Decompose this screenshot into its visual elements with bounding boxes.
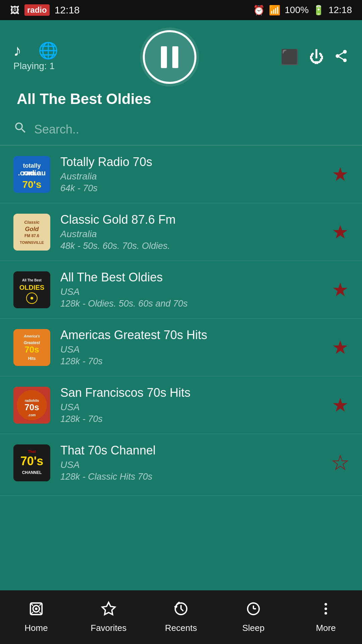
svg-text:70s: 70s: [24, 344, 39, 355]
search-bar: [0, 114, 362, 146]
search-input[interactable]: [34, 122, 349, 137]
station-info: Americas Greatest 70s Hits USA 128k - 70…: [60, 328, 322, 367]
player-controls-row: ♪ 🌐 Playing: 1 ⬛ ⏻: [13, 30, 349, 84]
more-icon: [318, 601, 334, 620]
svg-text:TOWNSVILLE: TOWNSVILLE: [20, 240, 44, 245]
station-info: All The Best Oldies USA 128k - Oldies. 5…: [60, 270, 322, 309]
station-info: Totally Radio 70s Australia 64k - 70s: [60, 155, 322, 194]
nav-favorites-label: Favorites: [91, 623, 127, 633]
svg-text:Gold: Gold: [25, 226, 39, 232]
favorites-icon: [101, 601, 116, 620]
favorite-button[interactable]: ★: [332, 279, 349, 301]
pause-icon: [160, 45, 180, 69]
station-logo-classicgold: Classic Gold FM 87.6 TOWNSVILLE: [13, 214, 50, 251]
share-button[interactable]: [334, 49, 349, 66]
svg-point-43: [324, 612, 327, 615]
station-name: San Franciscos 70s Hits: [60, 386, 322, 400]
station-item[interactable]: That 70's CHANNEL That 70s Channel USA 1…: [0, 434, 362, 496]
svg-text:70s: 70s: [24, 402, 39, 412]
svg-point-41: [324, 603, 327, 606]
station-item[interactable]: Classic Gold FM 87.6 TOWNSVILLE Classic …: [0, 203, 362, 261]
station-info: Classic Gold 87.6 Fm Australia 48k - 50s…: [60, 213, 322, 251]
status-bar-right: ⏰ 📶 100% 🔋 12:18: [253, 5, 352, 16]
nav-more-label: More: [316, 623, 336, 633]
station-bitrate: 128k - 70s: [60, 356, 322, 367]
wifi-icon: 📶: [269, 5, 281, 16]
station-name: All The Best Oldies: [60, 270, 322, 284]
battery-icon: 🔋: [313, 5, 324, 16]
nav-home[interactable]: Home: [0, 590, 72, 644]
nav-more[interactable]: More: [290, 590, 362, 644]
svg-text:70's: 70's: [22, 179, 41, 190]
station-item[interactable]: radiohits 70s .com San Franciscos 70s Hi…: [0, 376, 362, 434]
station-name: Americas Greatest 70s Hits: [60, 328, 322, 342]
station-bitrate: 48k - 50s. 60s. 70s. Oldies.: [60, 241, 322, 251]
favorite-button[interactable]: ★: [332, 452, 349, 474]
status-number: 12:18: [55, 4, 80, 16]
pause-button[interactable]: [143, 30, 196, 84]
svg-text:CHANNEL: CHANNEL: [22, 470, 42, 475]
station-country: USA: [60, 344, 322, 355]
svg-text:totally: totally: [23, 162, 41, 169]
left-icons: ♪ 🌐 Playing: 1: [13, 43, 58, 71]
station-country: Australia: [60, 229, 322, 239]
station-info: That 70s Channel USA 128k - Classic Hits…: [60, 443, 322, 482]
station-logo-allbest: All The Best OLDIES: [13, 271, 50, 308]
svg-text:.com: .com: [28, 413, 36, 417]
stop-button[interactable]: ⬛: [281, 50, 299, 64]
station-bitrate: 128k - 70s: [60, 414, 322, 424]
player-area: ♪ 🌐 Playing: 1 ⬛ ⏻ All The Best Oldies: [0, 20, 362, 114]
station-country: USA: [60, 402, 322, 413]
station-logo-americas: America's Greatest 70s Hits: [13, 329, 50, 366]
svg-text:Classic: Classic: [24, 220, 40, 225]
svg-text:All The Best: All The Best: [22, 278, 42, 282]
station-name: Classic Gold 87.6 Fm: [60, 213, 322, 227]
svg-text:OLDIES: OLDIES: [19, 284, 44, 291]
svg-text:FM 87.6: FM 87.6: [24, 233, 39, 238]
station-info: San Franciscos 70s Hits USA 128k - 70s: [60, 386, 322, 424]
nav-sleep[interactable]: Sleep: [217, 590, 290, 644]
now-playing-title: All The Best Oldies: [13, 91, 155, 107]
app-icon: radio: [24, 4, 50, 16]
playing-label: Playing: 1: [13, 61, 55, 71]
music-icon-button[interactable]: ♪: [13, 43, 21, 59]
status-bar: 🖼 radio 12:18 ⏰ 📶 100% 🔋 12:18: [0, 0, 362, 20]
favorite-button[interactable]: ★: [332, 336, 349, 358]
home-icon: [28, 601, 44, 620]
svg-point-31: [35, 607, 38, 610]
station-country: USA: [60, 460, 322, 470]
status-bar-left: 🖼 radio 12:18: [10, 4, 80, 16]
svg-point-42: [324, 607, 327, 610]
svg-text:70's: 70's: [20, 454, 44, 468]
power-button[interactable]: ⏻: [309, 50, 324, 64]
station-country: USA: [60, 286, 322, 297]
svg-text:.com.au: .com.au: [18, 169, 46, 177]
search-input-wrapper: [13, 121, 349, 138]
nav-favorites[interactable]: Favorites: [72, 590, 145, 644]
station-logo-sf70s: radiohits 70s .com: [13, 387, 50, 424]
alarm-icon: ⏰: [253, 5, 265, 16]
search-icon: [13, 121, 27, 138]
station-item[interactable]: America's Greatest 70s Hits Americas Gre…: [0, 319, 362, 376]
recents-icon: [173, 601, 189, 620]
svg-text:America's: America's: [23, 334, 40, 338]
favorite-button[interactable]: ★: [332, 163, 349, 185]
station-item[interactable]: totally radio .com.au 70's Totally Radio…: [0, 146, 362, 203]
station-country: Australia: [60, 171, 322, 182]
battery-label: 100%: [285, 5, 309, 15]
station-bitrate: 128k - Oldies. 50s. 60s and 70s: [60, 299, 322, 309]
station-logo-totally70s: totally radio .com.au 70's: [13, 156, 50, 193]
clock-status: 12:18: [328, 5, 352, 15]
nav-recents[interactable]: Recents: [145, 590, 217, 644]
globe-icon-button[interactable]: 🌐: [38, 43, 58, 59]
sleep-icon: [246, 601, 261, 620]
nav-recents-label: Recents: [165, 623, 197, 633]
favorite-button[interactable]: ★: [332, 221, 349, 243]
gallery-icon: 🖼: [10, 5, 19, 16]
svg-text:That: That: [28, 449, 36, 453]
right-icons: ⬛ ⏻: [281, 49, 349, 66]
favorite-button[interactable]: ★: [332, 394, 349, 416]
svg-text:Hits: Hits: [28, 356, 36, 361]
station-item[interactable]: All The Best OLDIES All The Best Oldies …: [0, 261, 362, 319]
nav-sleep-label: Sleep: [242, 623, 265, 633]
